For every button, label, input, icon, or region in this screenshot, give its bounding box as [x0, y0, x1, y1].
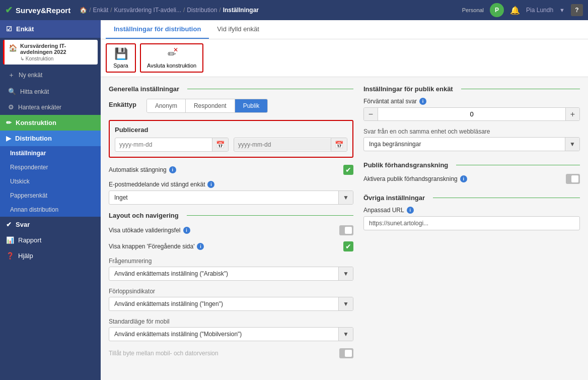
app-logo: ✔ Survey&Report: [5, 5, 70, 16]
form-area: Generella inställningar Enkättyp Anonym …: [101, 77, 588, 372]
epost-dropdown[interactable]: Inget ▼: [109, 191, 353, 205]
save-button[interactable]: 💾 Spara: [106, 43, 136, 73]
svar-enhet-arrow[interactable]: ▼: [565, 138, 579, 151]
automatisk-toggle[interactable]: ✔: [343, 165, 353, 175]
main-layout: ☑ Enkät 🏠 Kursvärdering IT-avdelningen 2…: [0, 20, 588, 380]
frågenumrering-select[interactable]: Använd enkättemats inställning ("Arabisk…: [109, 267, 338, 280]
standardläge-select[interactable]: Använd enkättemats inställning ("Mobilve…: [109, 328, 338, 341]
förhandsgranskning-title: Publik förhandsgranskning: [363, 161, 580, 169]
frågenumrering-dropdown[interactable]: Använd enkättemats inställning ("Arabisk…: [109, 267, 353, 281]
epost-select[interactable]: Inget: [109, 191, 338, 204]
cal-from-icon[interactable]: 📅: [212, 138, 228, 151]
respondent-btn[interactable]: Respondent: [186, 99, 235, 112]
epost-info-icon[interactable]: i: [207, 181, 214, 188]
föregående-info-icon[interactable]: i: [197, 243, 204, 250]
valideringsfel-toggle[interactable]: [339, 225, 353, 235]
breadcrumb-distribution[interactable]: Distribution: [187, 7, 217, 14]
tillåt-label-wrap: Tillåt byte mellan mobil- och datorversi…: [109, 350, 218, 357]
tab-vid-ifylld[interactable]: Vid ifylld enkät: [209, 20, 267, 39]
övriga-section: Övriga inställningar Anpassad URL i: [363, 194, 580, 230]
sidebar-section-hjälp[interactable]: ❓ Hjälp: [0, 248, 101, 264]
finish-construction-button[interactable]: ✏ ✕ Avsluta konstruktion: [140, 43, 203, 73]
förlopps-arrow[interactable]: ▼: [338, 297, 353, 310]
sidebar-survey-card[interactable]: 🏠 Kursvärdering IT-avdelningen 2022 ↳ Ko…: [3, 40, 98, 65]
anonym-btn[interactable]: Anonym: [147, 99, 186, 112]
logo-check-icon: ✔: [5, 5, 13, 16]
förhandsgranskning-section: Publik förhandsgranskning Aktivera publi…: [363, 161, 580, 184]
distribution-icon: ▶: [6, 135, 11, 142]
hjälp-icon: ❓: [6, 252, 14, 260]
finish-icon: ✏ ✕: [168, 47, 176, 60]
föregående-toggle[interactable]: ✔: [343, 241, 353, 251]
publicerad-label: Publicerad: [115, 126, 347, 134]
sidebar-section-svar[interactable]: ✔ Svar: [0, 217, 101, 232]
date-to-field[interactable]: [234, 139, 331, 151]
user-name: Pia Lundh: [526, 7, 553, 14]
konstruktion-icon: ✏: [6, 119, 12, 126]
ny-enkät-label: Ny enkät: [19, 72, 42, 79]
förlopps-label: Förloppsindikator: [109, 288, 353, 295]
valideringsfel-info-icon[interactable]: i: [183, 227, 190, 234]
anpassad-url-info-icon[interactable]: i: [407, 207, 414, 214]
manage-icon: ⚙: [8, 103, 14, 111]
breadcrumb-survey[interactable]: Kursvärdering IT-avdeli...: [114, 7, 181, 14]
föregående-label: Visa knappen 'Föregående sida': [109, 243, 194, 250]
toolbar: 💾 Spara ✏ ✕ Avsluta konstruktion: [101, 39, 588, 77]
cal-to-icon[interactable]: 📅: [331, 138, 347, 151]
standardläge-dropdown[interactable]: Använd enkättemats inställning ("Mobilve…: [109, 327, 353, 341]
svar-enhet-dropdown[interactable]: Inga begränsningar ▼: [363, 137, 580, 151]
tillåt-toggle[interactable]: [339, 348, 353, 358]
date-from-field[interactable]: [115, 139, 212, 151]
svar-enhet-select[interactable]: Inga begränsningar: [364, 138, 565, 151]
sidebar-sub-respondenter[interactable]: Respondenter: [0, 160, 101, 174]
epost-dropdown-arrow[interactable]: ▼: [338, 191, 353, 204]
bell-icon[interactable]: 🔔: [510, 6, 520, 15]
frågenumrering-arrow[interactable]: ▼: [338, 267, 353, 280]
automatisk-info-icon[interactable]: i: [169, 166, 176, 173]
num-minus-btn[interactable]: −: [364, 108, 378, 120]
förlopps-dropdown[interactable]: Använd enkättemats inställning ("Ingen")…: [109, 297, 353, 311]
breadcrumb: 🏠 / Enkät / Kursvärdering IT-avdeli... /…: [80, 7, 259, 14]
num-plus-btn[interactable]: +: [565, 108, 579, 120]
enkättyp-toggle[interactable]: Anonym Respondent Publik: [146, 99, 268, 113]
förväntat-number-input[interactable]: − +: [363, 107, 580, 121]
sidebar-sub-pappersenkät[interactable]: Pappersenkät: [0, 188, 101, 203]
user-dropdown-icon[interactable]: ▼: [559, 7, 565, 13]
sidebar-item-enkät[interactable]: ☑ Enkät: [0, 20, 101, 38]
svar-icon: ✔: [6, 221, 12, 228]
sidebar-item-ny-enkät[interactable]: ＋ Ny enkät: [0, 67, 101, 84]
tab-inställningar[interactable]: Inställningar för distribution: [106, 20, 209, 39]
aktivera-toggle-dot: [571, 175, 578, 182]
num-field[interactable]: [378, 108, 565, 120]
föregående-label-wrap: Visa knappen 'Föregående sida' i: [109, 243, 204, 250]
övriga-title: Övriga inställningar: [363, 194, 580, 202]
aktivera-label-wrap: Aktivera publik förhandsgranskning i: [363, 175, 467, 182]
sidebar-item-hantera-enkäter[interactable]: ⚙ Hantera enkäter: [0, 99, 101, 115]
sidebar-section-konstruktion[interactable]: ✏ Konstruktion: [0, 115, 101, 131]
publik-btn[interactable]: Publik: [235, 99, 268, 112]
distribution-sub-items: Inställningar Respondenter Utskick Pappe…: [0, 146, 101, 217]
aktivera-toggle[interactable]: [566, 174, 580, 184]
breadcrumb-enkät[interactable]: Enkät: [93, 7, 109, 14]
help-button[interactable]: ?: [571, 4, 583, 16]
sidebar-sub-inställningar[interactable]: Inställningar: [0, 146, 101, 160]
sidebar-sub-utskick[interactable]: Utskick: [0, 174, 101, 188]
enkättyp-group: Enkättyp Anonym Respondent Publik: [109, 99, 353, 113]
förväntat-info-icon[interactable]: i: [419, 98, 426, 105]
förlopps-select[interactable]: Använd enkättemats inställning ("Ingen"): [109, 297, 338, 310]
date-from-input[interactable]: 📅: [115, 138, 229, 152]
date-to-input[interactable]: 📅: [234, 138, 347, 152]
sidebar-section-distribution[interactable]: ▶ Distribution: [0, 131, 101, 146]
survey-card-sub: ↳ Konstruktion: [20, 56, 94, 61]
sidebar-item-hitta-enkät[interactable]: 🔍 Hitta enkät: [0, 84, 101, 99]
home-icon[interactable]: 🏠: [80, 7, 87, 14]
automatisk-label-wrap: Automatisk stängning i: [109, 166, 176, 173]
anpassad-url-input[interactable]: [363, 216, 580, 230]
aktivera-info-icon[interactable]: i: [460, 175, 467, 182]
tillåt-toggle-dot: [345, 350, 352, 357]
sidebar-sub-annan-distribution[interactable]: Annan distribution: [0, 203, 101, 217]
sidebar-section-rapport[interactable]: 📊 Rapport: [0, 232, 101, 248]
standardläge-arrow[interactable]: ▼: [338, 328, 353, 341]
avatar[interactable]: P: [490, 3, 504, 17]
date-row: 📅 📅: [115, 138, 347, 152]
